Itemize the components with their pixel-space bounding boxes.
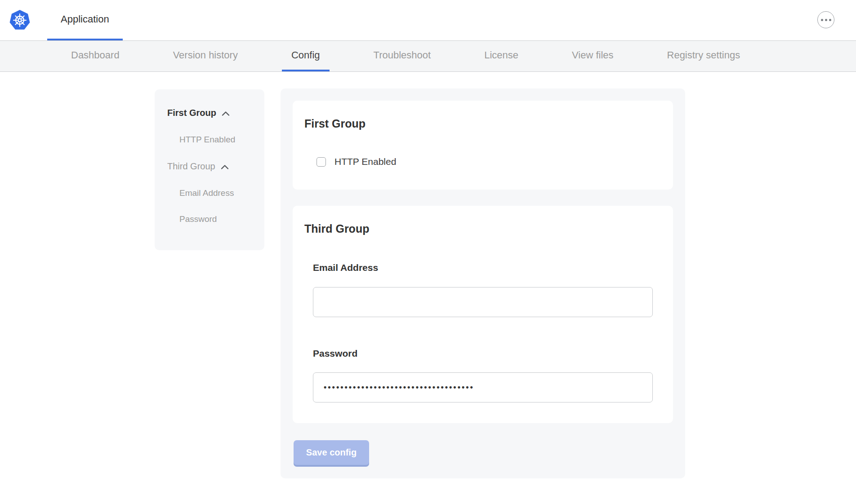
config-group-card-third: Third Group Email Address Password xyxy=(293,206,673,423)
config-page: First Group HTTP Enabled Third Group Ema… xyxy=(0,72,856,504)
config-group-sidebar: First Group HTTP Enabled Third Group Ema… xyxy=(155,89,264,250)
sidebar-item-third-group[interactable]: Third Group xyxy=(167,161,264,172)
sidebar-item-first-group[interactable]: First Group xyxy=(167,107,264,119)
sidebar-group-label: First Group xyxy=(167,108,216,118)
password-input[interactable] xyxy=(313,372,653,402)
ellipsis-icon xyxy=(829,19,831,21)
ellipsis-icon xyxy=(825,19,827,21)
chevron-up-icon xyxy=(220,162,229,172)
sidebar-item-password[interactable]: Password xyxy=(179,214,264,224)
sidebar-item-http-enabled[interactable]: HTTP Enabled xyxy=(179,135,264,145)
password-label: Password xyxy=(313,348,673,359)
tab-config[interactable]: Config xyxy=(282,41,330,71)
tab-version-history[interactable]: Version history xyxy=(164,41,247,71)
sidebar-item-email-address[interactable]: Email Address xyxy=(179,188,264,198)
config-panel: First Group HTTP Enabled Third Group Ema… xyxy=(281,88,685,478)
tab-view-files[interactable]: View files xyxy=(562,41,623,71)
top-bar: Application xyxy=(0,0,856,40)
http-enabled-label[interactable]: HTTP Enabled xyxy=(334,156,396,167)
tab-license[interactable]: License xyxy=(475,41,528,71)
save-config-button[interactable]: Save config xyxy=(294,440,369,465)
ellipsis-icon xyxy=(821,19,823,21)
email-address-input[interactable] xyxy=(313,287,653,317)
tab-troubleshoot[interactable]: Troubleshoot xyxy=(364,41,441,71)
kubernetes-logo-icon xyxy=(9,9,31,31)
tab-dashboard[interactable]: Dashboard xyxy=(62,41,129,71)
chevron-up-icon xyxy=(221,108,230,119)
app-nav-tabs: Dashboard Version history Config Trouble… xyxy=(0,40,856,72)
group-title: First Group xyxy=(304,117,673,130)
config-group-card-first: First Group HTTP Enabled xyxy=(293,101,673,190)
http-enabled-field: HTTP Enabled xyxy=(317,156,673,167)
sidebar-group-label: Third Group xyxy=(167,161,215,172)
group-title: Third Group xyxy=(304,222,673,235)
email-address-label: Email Address xyxy=(313,262,673,273)
http-enabled-checkbox[interactable] xyxy=(317,157,326,167)
tab-registry-settings[interactable]: Registry settings xyxy=(658,41,750,71)
tab-application[interactable]: Application xyxy=(47,0,123,40)
ellipsis-menu-button[interactable] xyxy=(817,11,834,28)
